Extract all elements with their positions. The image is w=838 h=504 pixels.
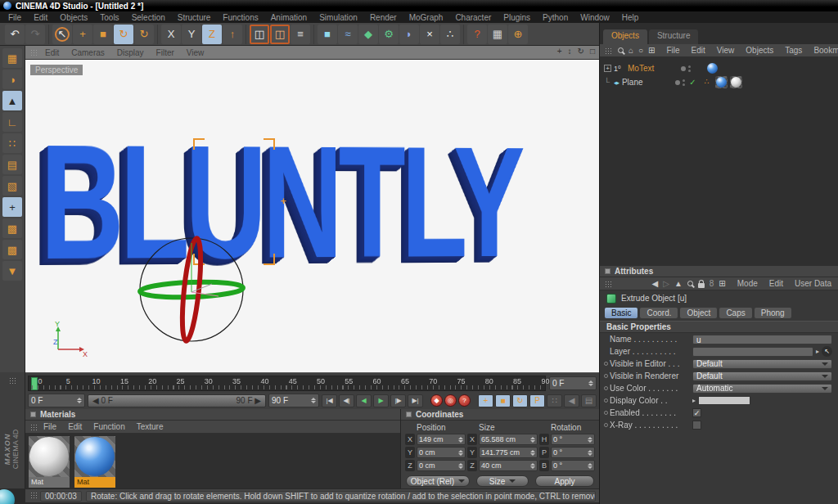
render-visibility-toggle[interactable]: [683, 79, 685, 86]
rotation-gizmo[interactable]: [133, 232, 250, 348]
menu-animation[interactable]: Animation: [271, 13, 307, 22]
menu-tools[interactable]: Tools: [100, 13, 119, 22]
xray-checkbox[interactable]: [692, 421, 701, 430]
last-tool-button[interactable]: ↻: [134, 25, 154, 44]
record-rotation-toggle[interactable]: ↻: [512, 394, 528, 407]
attr-menu-user-data[interactable]: User Data: [795, 279, 831, 288]
keyframe-dot[interactable]: [604, 423, 608, 427]
position-x-field[interactable]: 149 cm: [417, 434, 466, 445]
grip-handle[interactable]: [30, 492, 38, 499]
link-icon[interactable]: 8: [710, 279, 714, 288]
materials-header[interactable]: Materials: [25, 409, 400, 421]
menu-character[interactable]: Character: [455, 13, 491, 22]
tree-row-motext[interactable]: + 1⁰ MoText: [600, 61, 838, 75]
object-axis-mode-button[interactable]: ∟: [2, 112, 22, 132]
online-help-button[interactable]: ⊕: [508, 25, 528, 44]
model-mode-button[interactable]: ▲: [2, 91, 22, 110]
position-z-field[interactable]: 0 cm: [417, 460, 466, 471]
add-panel-icon[interactable]: ⊞: [648, 46, 655, 55]
rotation-p-field[interactable]: 0 °: [551, 447, 595, 458]
prev-key-button[interactable]: ◀|: [339, 394, 354, 407]
autokeying-button[interactable]: ◎: [444, 394, 457, 407]
tab-object[interactable]: Object: [680, 308, 717, 318]
current-frame-field[interactable]: 0 F: [549, 376, 597, 390]
om-menu-edit[interactable]: Edit: [692, 46, 705, 55]
scale-tool-button[interactable]: ■: [93, 25, 113, 44]
menu-mograph[interactable]: MoGraph: [409, 13, 444, 22]
texture-tag-blue[interactable]: [715, 76, 728, 88]
texture-tag-white[interactable]: [730, 76, 742, 88]
menu-window[interactable]: Window: [580, 13, 610, 22]
cube-primitive-button[interactable]: ■: [318, 25, 337, 44]
attr-menu-mode[interactable]: Mode: [737, 279, 758, 288]
om-menu-file[interactable]: File: [666, 46, 679, 55]
redo-button[interactable]: ↷: [25, 25, 45, 44]
expand-color-icon[interactable]: ▸: [692, 397, 696, 404]
mat-menu-function[interactable]: Function: [93, 422, 124, 431]
om-menu-tags[interactable]: Tags: [785, 46, 802, 55]
record-parameter-toggle[interactable]: P: [529, 394, 545, 407]
tab-objects[interactable]: Objects: [603, 29, 647, 44]
parent-object-icon[interactable]: ▲: [674, 279, 683, 288]
enable-axis-button[interactable]: +: [2, 197, 22, 217]
help-button[interactable]: ?: [467, 25, 487, 44]
grip-handle[interactable]: [9, 377, 16, 385]
rotation-h-field[interactable]: 0 °: [551, 434, 595, 445]
render-settings-button[interactable]: ◫: [270, 25, 290, 44]
history-forward-icon[interactable]: ▷: [663, 279, 669, 288]
render-view-button[interactable]: ◫: [250, 25, 269, 44]
menu-simulation[interactable]: Simulation: [319, 13, 358, 22]
tab-basic[interactable]: Basic: [605, 308, 638, 318]
size-x-field[interactable]: 65.588 cm: [479, 434, 538, 445]
deformers-button[interactable]: ⚙: [379, 25, 399, 44]
name-input[interactable]: u: [692, 335, 832, 344]
points-mode-button[interactable]: ∷: [2, 133, 22, 153]
material-item[interactable]: Mat: [29, 436, 70, 486]
position-y-field[interactable]: 0 cm: [417, 447, 466, 458]
enabled-checkbox[interactable]: ✓: [692, 408, 701, 417]
layer-picker-icon[interactable]: ↖: [822, 346, 832, 357]
play-forward-button[interactable]: ▶: [373, 394, 389, 407]
vp-menu-filter[interactable]: Filter: [156, 48, 174, 57]
grip-handle[interactable]: [605, 47, 612, 55]
om-menu-bookmarks[interactable]: Bookmarks: [813, 46, 838, 55]
size-mode-dropdown[interactable]: Size: [476, 475, 529, 487]
grip-handle[interactable]: [605, 281, 612, 288]
play-backward-button[interactable]: ◀: [356, 394, 372, 407]
record-pla-toggle[interactable]: ∷: [547, 394, 562, 407]
enabled-check-icon[interactable]: ✓: [687, 78, 698, 87]
environment-button[interactable]: ◗: [399, 25, 419, 44]
menu-file[interactable]: File: [8, 13, 21, 22]
x-axis-lock-button[interactable]: X: [161, 25, 181, 44]
display-color-swatch[interactable]: [698, 396, 750, 405]
material-name[interactable]: Mat: [29, 477, 70, 488]
menu-help[interactable]: Help: [622, 13, 639, 22]
mat-menu-texture[interactable]: Texture: [137, 422, 164, 431]
visible-editor-select[interactable]: Default: [692, 359, 832, 369]
layout-button[interactable]: ▦: [2, 48, 22, 68]
keyframe-dot[interactable]: [604, 411, 608, 415]
frame-start-field[interactable]: 0 F: [28, 394, 85, 407]
add-panel-icon[interactable]: ⊞: [719, 279, 725, 288]
tree-row-plane[interactable]: └ ◆ Plane ✓ ∴: [600, 75, 838, 89]
grip-handle[interactable]: [30, 49, 38, 56]
tab-caps[interactable]: Caps: [719, 308, 751, 318]
workplane-button[interactable]: ▼: [2, 261, 22, 281]
coordinate-system-button[interactable]: ↑: [223, 25, 242, 44]
om-menu-view[interactable]: View: [717, 46, 735, 55]
spline-pen-button[interactable]: ≈: [338, 25, 358, 44]
keyframe-dot[interactable]: [604, 374, 608, 378]
minimal-timeline-toggle[interactable]: ▤: [581, 394, 597, 407]
undo-button[interactable]: ↶: [5, 25, 25, 44]
goto-end-button[interactable]: ▶|: [408, 394, 423, 407]
keyframe-selection-button[interactable]: ?: [458, 394, 471, 407]
home-icon[interactable]: ⌂: [628, 46, 633, 55]
history-back-icon[interactable]: ◀: [651, 279, 658, 288]
particles-button[interactable]: ∴: [440, 25, 460, 44]
goto-start-button[interactable]: |◀: [322, 394, 337, 407]
dolly-view-icon[interactable]: ↕: [568, 47, 572, 56]
lock-icon[interactable]: [698, 283, 705, 288]
coordinates-header[interactable]: Coordinates: [401, 409, 599, 421]
expand-icon[interactable]: +: [604, 65, 611, 72]
record-keyframe-button[interactable]: ◆: [430, 394, 443, 407]
